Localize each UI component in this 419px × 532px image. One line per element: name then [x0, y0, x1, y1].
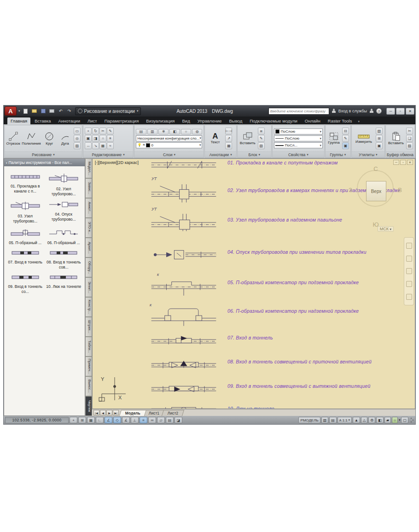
palette-tab-leaders[interactable]: Вынос...	[86, 376, 92, 396]
tool-palette-header[interactable]: ▪ Палитры инструментов - Все пал...	[4, 159, 85, 166]
exchange-icon[interactable]	[369, 109, 374, 113]
palette-tab-constraints[interactable]: Завис...	[86, 178, 92, 198]
zoom-icon[interactable]	[406, 268, 412, 274]
open-file-button[interactable]	[31, 108, 38, 115]
palette-tab-modeling[interactable]: Модел...	[86, 158, 92, 178]
tab-model[interactable]: Модель	[119, 410, 146, 416]
clean-screen-button[interactable]: ▢	[401, 417, 408, 423]
ribbon-tab-raster[interactable]: Raster Tools	[325, 117, 355, 124]
leader-button[interactable]: ↗	[225, 135, 232, 142]
pipe-symbol-04[interactable]	[149, 246, 218, 263]
line-button[interactable]: Отрезок	[6, 131, 20, 146]
layer-off-button[interactable]: ○	[181, 129, 191, 134]
dimension-button[interactable]: ⊢⊣	[225, 128, 232, 134]
arc-button[interactable]: Дуга	[58, 131, 72, 146]
mirror-button[interactable]: ◨	[92, 135, 99, 142]
ribbon-tab-view[interactable]: Вид	[179, 117, 193, 124]
drawing-text-label[interactable]: 06. П-образный компенсатор при надземной…	[227, 308, 359, 314]
panel-properties-title[interactable]: Свойства ▾	[273, 152, 324, 158]
tab-layout2[interactable]: Лист2	[162, 410, 184, 416]
palette-tab-custom[interactable]: ЭТО н...	[86, 218, 92, 238]
viewcube[interactable]: С З В Ю Верх	[350, 166, 401, 222]
explode-button[interactable]: ✳	[107, 135, 114, 142]
viewcube-east[interactable]: В	[398, 187, 402, 193]
ribbon-tab-manage[interactable]: Управление	[194, 117, 225, 124]
quick-select-button[interactable]: ▧	[376, 128, 383, 134]
fillet-button[interactable]: ∩	[99, 135, 106, 142]
drawing-text-label[interactable]: 08. Вход в тоннель совмещенный с приточн…	[227, 359, 372, 364]
layer-dropdown[interactable]: 💡 ☀ 0 ▾	[136, 142, 202, 148]
ribbon-tab-layout[interactable]: Лист	[84, 117, 100, 124]
layer-properties-button[interactable]: ▤	[136, 129, 146, 134]
drawing-text-label[interactable]: 07. Вход в тоннель	[227, 335, 273, 340]
drawing-text-label[interactable]: 01. Прокладка в канале с попутным дренаж…	[227, 160, 338, 165]
text-button[interactable]: A Текст	[206, 133, 224, 144]
array-button[interactable]: ▦	[99, 142, 106, 149]
linetype-dropdown[interactable]: ПоСлою ▾	[274, 135, 323, 141]
minimize-button[interactable]: ─	[386, 108, 395, 115]
id-point-button[interactable]: ▣	[376, 142, 383, 149]
ribbon-tab-online[interactable]: Онлайн	[302, 117, 324, 124]
osnap-toggle[interactable]: ◇	[113, 417, 121, 423]
plot-button[interactable]	[48, 108, 56, 115]
ribbon-tab-plugins[interactable]: Подключаемые модули	[246, 117, 301, 124]
pipe-symbol-09[interactable]	[149, 381, 218, 397]
layer-state-button[interactable]: ▥	[147, 129, 157, 134]
pipe-symbol-03[interactable]	[149, 210, 218, 234]
quick-view-layouts-button[interactable]: ▧	[321, 417, 329, 423]
annotation-scale-button[interactable]: A 1:1 ▾	[338, 417, 352, 423]
palette-item[interactable]: 08. Вход в тоннель сов...	[45, 250, 83, 269]
last-layout-button[interactable]: ▶|	[113, 410, 119, 415]
pipe-symbol-02[interactable]	[149, 180, 218, 204]
ribbon-tab-insert[interactable]: Вставка	[31, 117, 54, 124]
viewcube-top-face[interactable]: Верх	[366, 181, 386, 201]
palette-tab-drawing[interactable]: Чертеж	[86, 396, 92, 416]
polyline-button[interactable]: Полилиния	[22, 131, 41, 146]
first-layout-button[interactable]: |◀	[93, 410, 99, 415]
autoscale-button[interactable]: △	[361, 417, 367, 423]
palette-item[interactable]: 02. Узел трубопрово...	[45, 174, 83, 196]
doc-minimize-button[interactable]: ─	[393, 160, 399, 165]
copy-button[interactable]: ▣	[85, 135, 92, 142]
lineweight-toggle[interactable]: ═	[148, 417, 156, 423]
create-block-button[interactable]: ⧈	[258, 128, 265, 134]
panel-block-title[interactable]: Блок ▾	[238, 152, 271, 158]
paste-button[interactable]: Вставить	[387, 132, 405, 145]
viewport-controls[interactable]: [-][Верхняя][2D каркас]	[95, 160, 139, 165]
quickprops-toggle[interactable]: ▤	[166, 417, 174, 423]
offset-button[interactable]: ≈	[107, 142, 114, 149]
erase-button[interactable]: ✎	[107, 128, 114, 134]
restore-button[interactable]: ▫	[396, 108, 405, 115]
hardware-acceleration-button[interactable]: ▰	[384, 417, 391, 423]
pan-icon[interactable]	[406, 256, 412, 262]
panel-layers-title[interactable]: Слои ▾	[134, 152, 204, 158]
color-dropdown[interactable]: ПоСлою ▾	[274, 129, 323, 134]
resize-grip[interactable]	[410, 417, 414, 423]
palette-item[interactable]: 03. Узел трубопрово...	[6, 201, 45, 223]
copy-clip-button[interactable]: ❏	[406, 135, 413, 142]
palette-item[interactable]: 04. Опуск трубопрово...	[45, 201, 83, 223]
palette-item[interactable]: 06. П-образный ...	[45, 228, 83, 246]
showmotion-icon[interactable]	[406, 294, 412, 300]
grid-toggle[interactable]: ▦	[87, 417, 95, 423]
trim-button[interactable]: ✂	[99, 128, 106, 134]
panel-modify-title[interactable]: Редактирование ▾	[83, 152, 133, 158]
close-button[interactable]: ✕	[406, 108, 414, 115]
group-button[interactable]: Группа	[327, 132, 341, 145]
pipe-symbol-05[interactable]	[149, 277, 218, 297]
drawing-text-label[interactable]: 09. Вход в тоннель совмещенный с вытяжно…	[227, 383, 371, 389]
palette-tab-annotation[interactable]: Аннот...	[86, 198, 92, 218]
dyninput-toggle[interactable]: ≡	[140, 417, 147, 423]
selection-cycling-toggle[interactable]: ◪	[175, 417, 182, 423]
lineweight-dropdown[interactable]: ПоСл... ▾	[274, 142, 323, 148]
signin-link[interactable]: Вход в службы	[338, 109, 367, 113]
viewcube-north[interactable]: С	[373, 165, 378, 172]
pipe-symbol-06[interactable]	[149, 305, 218, 327]
drawing-text-label[interactable]: 04. Опуск трубопроводов при изменении ти…	[227, 249, 367, 255]
snap-toggle[interactable]: ⊞	[78, 417, 86, 423]
ungroup-button[interactable]: ⊟	[342, 128, 349, 134]
drawing-canvas[interactable]: [-][Верхняя][2D каркас] ─ ▫ ✕	[92, 158, 415, 409]
next-layout-button[interactable]: ▶	[106, 410, 112, 415]
polar-toggle[interactable]: ∠	[105, 417, 112, 423]
quick-calc-button[interactable]: ⊞	[376, 135, 383, 142]
